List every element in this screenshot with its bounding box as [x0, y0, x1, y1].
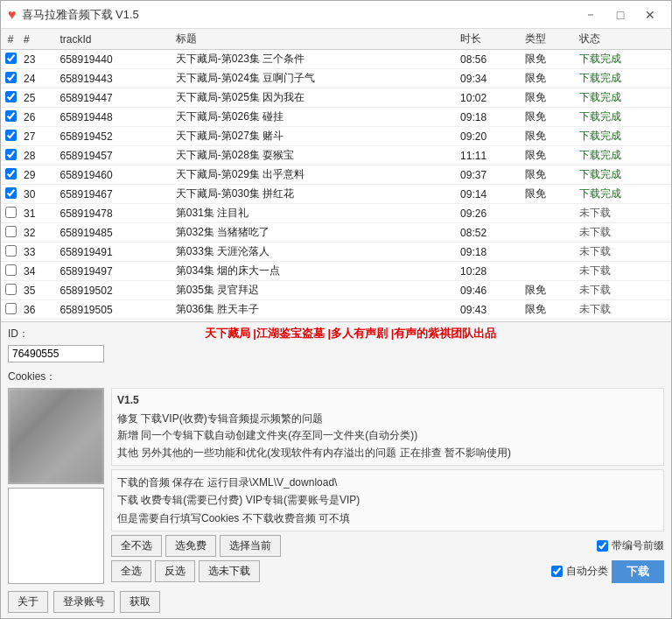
- row-duration: 09:26: [457, 204, 522, 223]
- row-trackid: 658919460: [57, 165, 172, 185]
- row-checkbox-cell[interactable]: [1, 223, 20, 243]
- id-input[interactable]: [8, 345, 104, 362]
- table-row: 31 658919478 第031集 注目礼 09:26 未下载: [1, 204, 671, 223]
- table-row: 34 658919497 第034集 烟的床大一点 10:28 未下载: [1, 262, 671, 281]
- row-num: 32: [20, 223, 57, 243]
- row-title: 天下藏局-第028集 耍猴宝: [172, 146, 457, 165]
- row-status: 下载完成: [576, 127, 671, 146]
- row-checkbox-cell[interactable]: [1, 262, 20, 281]
- row-checkbox[interactable]: [5, 264, 17, 276]
- row-duration: 09:43: [457, 300, 522, 320]
- row-checkbox[interactable]: [5, 53, 17, 64]
- restore-button[interactable]: □: [606, 5, 634, 25]
- btn-row-1: 全不选 选免费 选择当前 带编号前缀: [111, 535, 664, 557]
- row-checkbox[interactable]: [5, 110, 17, 122]
- row-checkbox[interactable]: [5, 91, 17, 102]
- track-table-container: # # trackId 标题 时长 类型 状态 23 658919440 天下藏…: [1, 29, 671, 322]
- table-row: 27 658919452 天下藏局-第027集 赌斗 09:20 限免 下载完成: [1, 127, 671, 146]
- row-trackid: 658919448: [57, 108, 172, 127]
- row-checkbox[interactable]: [5, 245, 17, 257]
- row-checkbox[interactable]: [5, 284, 17, 295]
- title-bar: ♥ 喜马拉雅音频下载 V1.5 － □ ✕: [1, 1, 671, 29]
- row-checkbox-cell[interactable]: [1, 204, 20, 223]
- dl-info-line: 下载 收费专辑(需要已付费) VIP专辑(需要账号是VIP): [117, 491, 658, 509]
- main-window: ♥ 喜马拉雅音频下载 V1.5 － □ ✕ # # trackId 标题 时长 …: [0, 0, 672, 619]
- row-num: 24: [20, 69, 57, 88]
- row-checkbox[interactable]: [5, 72, 17, 83]
- row-status: 下载完成: [576, 50, 671, 69]
- row-checkbox-cell[interactable]: [1, 185, 20, 204]
- select-none-button[interactable]: 全不选: [111, 535, 162, 557]
- footer-row: 关于 登录账号 获取: [1, 587, 671, 618]
- row-num: 26: [20, 108, 57, 127]
- about-button[interactable]: 关于: [8, 591, 48, 613]
- row-checkbox-cell[interactable]: [1, 88, 20, 108]
- version-label: V1.5: [117, 392, 658, 409]
- row-title: 第034集 烟的床大一点: [172, 262, 457, 281]
- table-row: 30 658919467 天下藏局-第030集 拼红花 09:14 限免 下载完…: [1, 185, 671, 204]
- col-header-num: #: [20, 29, 57, 50]
- prefix-label: 带编号前缀: [612, 538, 664, 553]
- auto-classify-label[interactable]: 自动分类: [551, 564, 608, 579]
- cookies-row: Cookies：: [1, 366, 671, 384]
- cookies-input[interactable]: [8, 488, 104, 584]
- row-title: 天下藏局-第030集 拼红花: [172, 185, 457, 204]
- row-trackid: 658919467: [57, 185, 172, 204]
- close-button[interactable]: ✕: [636, 5, 664, 25]
- row-checkbox-cell[interactable]: [1, 243, 20, 262]
- prefix-checkbox-label[interactable]: 带编号前缀: [597, 538, 664, 553]
- row-status: 下载完成: [576, 88, 671, 108]
- login-button[interactable]: 登录账号: [53, 591, 115, 613]
- row-checkbox[interactable]: [5, 130, 17, 141]
- version-line: 其他 另外其他的一些功能和优化(发现软件有内存溢出的问题 正在排查 暂不影响使用…: [117, 445, 658, 461]
- select-current-button[interactable]: 选择当前: [220, 535, 281, 557]
- row-trackid: 658919452: [57, 127, 172, 146]
- row-checkbox[interactable]: [5, 226, 17, 237]
- row-duration: 11:11: [457, 146, 522, 165]
- col-header-type: 类型: [522, 29, 576, 50]
- invert-button[interactable]: 反选: [155, 560, 195, 582]
- window-controls: － □ ✕: [577, 5, 664, 25]
- row-title: 第031集 注目礼: [172, 204, 457, 223]
- table-row: 35 658919502 第035集 灵官拜迟 09:46 限免 未下载: [1, 281, 671, 300]
- row-checkbox-cell[interactable]: [1, 300, 20, 320]
- row-type: [522, 204, 576, 223]
- row-title: 天下藏局-第025集 因为我在: [172, 88, 457, 108]
- fetch-button[interactable]: 获取: [120, 591, 160, 613]
- select-free-button[interactable]: 选免费: [165, 535, 216, 557]
- row-title: 第035集 灵官拜迟: [172, 281, 457, 300]
- auto-classify-checkbox[interactable]: [551, 566, 563, 577]
- select-not-dl-button[interactable]: 选未下载: [199, 560, 260, 582]
- row-checkbox[interactable]: [5, 149, 17, 160]
- row-duration: 10:28: [457, 262, 522, 281]
- row-duration: 10:02: [457, 88, 522, 108]
- row-checkbox-cell[interactable]: [1, 50, 20, 69]
- download-button[interactable]: 下载: [612, 560, 664, 583]
- row-checkbox[interactable]: [5, 168, 17, 179]
- select-all-button[interactable]: 全选: [111, 560, 151, 582]
- prefix-checkbox[interactable]: [597, 540, 608, 552]
- auto-classify-text: 自动分类: [566, 564, 608, 579]
- row-checkbox[interactable]: [5, 187, 17, 199]
- minimize-button[interactable]: －: [577, 5, 605, 25]
- table-row: 29 658919460 天下藏局-第029集 出乎意料 09:37 限免 下载…: [1, 165, 671, 185]
- row-checkbox-cell[interactable]: [1, 281, 20, 300]
- row-status: 下载完成: [576, 69, 671, 88]
- row-status: 下载完成: [576, 185, 671, 204]
- row-trackid: 658919497: [57, 262, 172, 281]
- row-title: 天下藏局-第026集 碰挂: [172, 108, 457, 127]
- row-trackid: 658919440: [57, 50, 172, 69]
- row-num: 35: [20, 281, 57, 300]
- row-checkbox-cell[interactable]: [1, 127, 20, 146]
- col-header-title: 标题: [172, 29, 457, 50]
- version-line: 新增 同一个专辑下载自动创建文件夹(存至同一文件夹(自动分类)): [117, 427, 658, 444]
- row-status: 未下载: [576, 262, 671, 281]
- row-type: 限免: [522, 165, 576, 185]
- row-checkbox-cell[interactable]: [1, 108, 20, 127]
- row-checkbox-cell[interactable]: [1, 69, 20, 88]
- row-duration: 09:18: [457, 243, 522, 262]
- row-checkbox-cell[interactable]: [1, 146, 20, 165]
- row-checkbox-cell[interactable]: [1, 165, 20, 185]
- row-checkbox[interactable]: [5, 303, 17, 314]
- row-checkbox[interactable]: [5, 207, 17, 218]
